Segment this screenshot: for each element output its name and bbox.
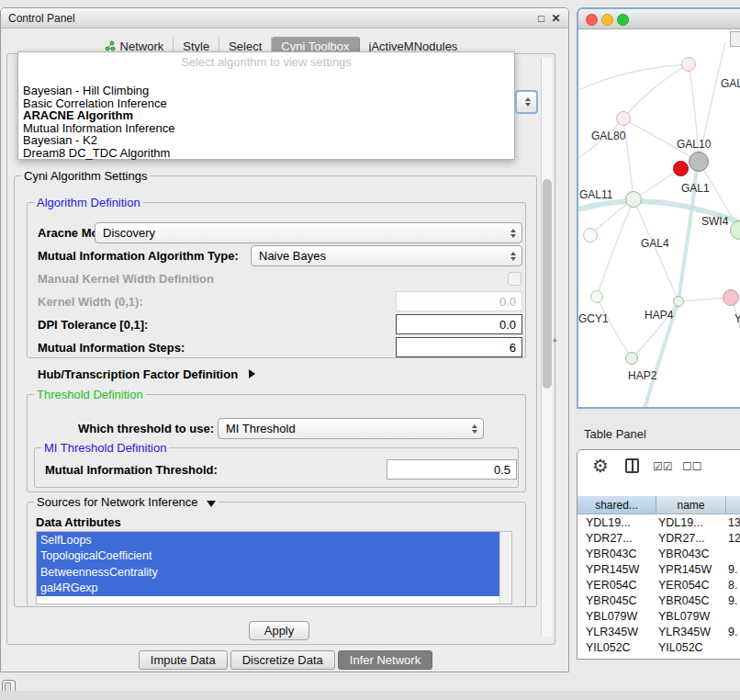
dpi-tolerance-input[interactable]: 0.0 <box>396 314 522 334</box>
which-threshold-value: MI Threshold <box>226 422 296 435</box>
network-node[interactable] <box>616 111 631 126</box>
close-window-icon[interactable]: ✕ <box>549 11 563 25</box>
mi-steps-input[interactable]: 6 <box>396 337 522 357</box>
hub-definition-toggle[interactable]: Hub/Transcription Factor Definition <box>38 367 255 381</box>
zoom-traffic-light-icon[interactable] <box>617 14 629 26</box>
restore-window-icon[interactable]: □ <box>534 11 548 25</box>
cell-extra: 13 <box>726 514 740 530</box>
network-node[interactable] <box>723 289 739 306</box>
node-label: GAL10 <box>677 138 711 151</box>
network-node-hub[interactable] <box>689 152 709 172</box>
cyni-algorithm-settings-title: Cyni Algorithm Settings <box>21 169 150 183</box>
mi-threshold-input[interactable]: 0.5 <box>387 459 517 480</box>
network-node[interactable] <box>625 352 638 365</box>
table-row[interactable]: YIL052C YIL052C <box>577 639 740 655</box>
cell-name: YER054C <box>656 577 726 593</box>
network-node[interactable] <box>583 228 598 243</box>
table-panel-window: ⚙ ☑☑ ☐☐ shared... name YDL19... YDL19...… <box>577 449 740 660</box>
table-row[interactable]: YER054C YER054C 8. <box>577 577 740 593</box>
cell-shared: YDL19... <box>577 514 656 530</box>
control-panel-titlebar[interactable]: Control Panel <box>1 8 568 28</box>
algorithm-option[interactable]: Bayesian - K2 <box>20 134 174 147</box>
cell-extra <box>726 546 740 561</box>
table-row[interactable]: YLR345W YLR345W 9. <box>577 624 740 639</box>
control-panel-window: Control Panel □ ✕ Network Style Select <box>0 7 569 672</box>
aracne-mode-select[interactable]: Discovery <box>95 222 522 243</box>
cell-name: YBR045C <box>656 593 726 608</box>
algorithm-option[interactable]: Bayesian - Hill Climbing <box>20 85 174 97</box>
spinner-arrows-icon <box>525 97 531 107</box>
tab-discretize-data[interactable]: Discretize Data <box>230 650 335 670</box>
column-header-shared[interactable]: shared... <box>577 496 656 514</box>
tab-infer-network[interactable]: Infer Network <box>338 650 432 670</box>
mi-threshold-label: Mutual Information Threshold: <box>45 463 218 477</box>
table-header: shared... name <box>577 496 740 514</box>
minimize-traffic-light-icon[interactable] <box>601 14 613 26</box>
node-label: GAL1 <box>681 182 710 195</box>
data-attributes-label: Data Attributes <box>36 515 121 529</box>
settings-scrollbar-thumb[interactable] <box>543 179 552 389</box>
table-row[interactable]: YBR045C YBR045C 9. <box>577 593 740 608</box>
select-all-icon[interactable]: ☑☑ <box>653 460 673 473</box>
network-node[interactable] <box>625 191 642 208</box>
attribute-item[interactable]: BetweennessCentrality <box>37 564 500 581</box>
gear-icon[interactable]: ⚙ <box>592 455 609 477</box>
cell-name: YDR27... <box>656 530 726 546</box>
table-row[interactable]: YBR043C YBR043C <box>577 546 740 561</box>
attribute-item[interactable]: gal4RGexp <box>37 581 500 597</box>
sources-title: Sources for Network Inference <box>37 495 198 509</box>
algorithm-select-button[interactable] <box>515 90 538 114</box>
cell-shared: YLR345W <box>577 624 656 639</box>
cell-name: YLR345W <box>656 624 726 639</box>
algorithm-option[interactable]: Dream8 DC_TDC Algorithm <box>20 147 174 160</box>
algorithm-option[interactable]: Basic Correlation Inference <box>20 97 174 110</box>
network-node[interactable] <box>673 296 684 307</box>
mi-steps-label: Mutual Information Steps: <box>38 341 185 355</box>
attribute-item[interactable]: SelfLoops <box>37 532 500 548</box>
tab-impute-data[interactable]: Impute Data <box>139 650 228 670</box>
manual-kernel-label: Manual Kernel Width Definition <box>38 272 214 286</box>
node-label: Y <box>734 312 740 325</box>
which-threshold-select[interactable]: MI Threshold <box>218 418 484 439</box>
cell-shared: YBL079W <box>577 608 656 624</box>
network-node-selected[interactable] <box>673 161 689 176</box>
attribute-item[interactable]: TopologicalCoefficient <box>37 548 500 565</box>
algorithm-dropdown-popup: Select algorithm to view settings Bayesi… <box>17 51 515 160</box>
network-tab-icon <box>105 40 116 51</box>
algorithm-option-selected[interactable]: ARACNE Algorithm <box>20 109 174 122</box>
column-header-extra[interactable] <box>726 496 740 514</box>
apply-button[interactable]: Apply <box>249 621 309 640</box>
bottom-edge <box>0 691 740 700</box>
table-row[interactable]: YPR145W YPR145W 9. <box>577 561 740 577</box>
node-label: SWI4 <box>701 215 728 228</box>
cell-shared: YPR145W <box>577 561 656 577</box>
sources-toggle[interactable]: Sources for Network Inference <box>34 495 219 509</box>
manual-kernel-checkbox[interactable] <box>508 272 521 286</box>
settings-scrollbar[interactable] <box>541 58 553 637</box>
column-header-name[interactable]: name <box>656 496 726 514</box>
cell-name: YDL19... <box>656 514 726 530</box>
splitter-arrow-icon[interactable]: ▴ <box>553 334 557 344</box>
attribute-list-scrollbar[interactable] <box>499 532 511 604</box>
network-node[interactable] <box>681 57 696 72</box>
dpi-tolerance-label: DPI Tolerance [0,1]: <box>38 318 148 332</box>
cell-extra <box>726 639 740 655</box>
deselect-all-icon[interactable]: ☐☐ <box>682 460 702 473</box>
spinner-arrows-icon <box>472 424 477 434</box>
algorithm-option[interactable]: Mutual Information Inference <box>20 122 174 135</box>
cell-extra: 8. <box>726 577 740 593</box>
mi-algorithm-type-select[interactable]: Naive Bayes <box>251 245 522 266</box>
network-node[interactable] <box>590 290 603 303</box>
columns-icon[interactable] <box>625 458 639 473</box>
mi-algorithm-type-label: Mutual Information Algorithm Type: <box>38 249 239 263</box>
network-view-window: GAL80 GAL8 GAL10 GAL11 GAL1 SWI4 GAL4 GC… <box>577 7 740 409</box>
node-label: HAP2 <box>628 369 656 382</box>
cell-shared: YER054C <box>577 577 656 593</box>
cell-name: YBL079W <box>656 608 726 624</box>
table-row[interactable]: YDL19... YDL19... 13 <box>577 514 740 530</box>
table-row[interactable]: YDR27... YDR27... 12 <box>577 530 740 546</box>
kernel-width-input[interactable]: 0.0 <box>396 291 522 311</box>
cell-name: YIL052C <box>656 639 726 655</box>
table-row[interactable]: YBL079W YBL079W <box>577 608 740 624</box>
close-traffic-light-icon[interactable] <box>586 14 598 26</box>
